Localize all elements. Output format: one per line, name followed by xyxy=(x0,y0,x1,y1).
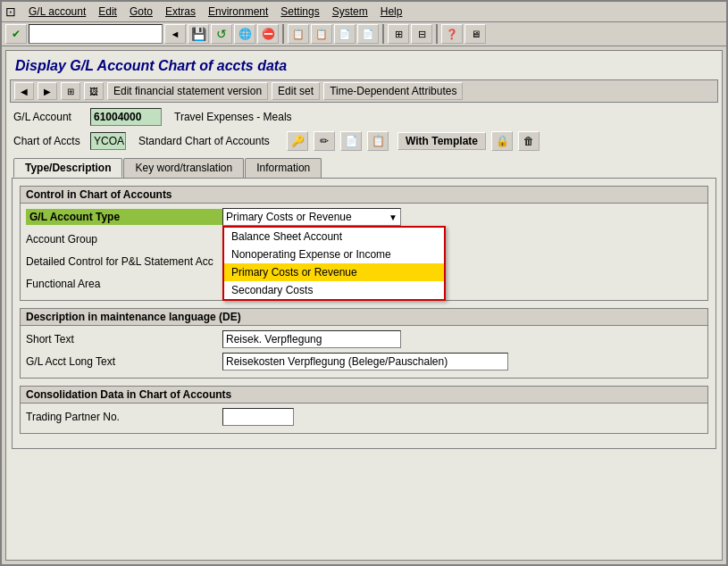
menu-gl-account[interactable]: G/L account xyxy=(23,4,91,20)
edit-set-btn[interactable]: Edit set xyxy=(272,82,320,100)
menu-extras[interactable]: Extras xyxy=(160,4,201,20)
account-group-label: Account Group xyxy=(26,233,222,246)
doc3-icon: 📋 xyxy=(372,135,385,147)
info-icon: 🖥 xyxy=(471,29,481,39)
doc-btn3[interactable]: 📄 xyxy=(334,24,356,44)
save-btn[interactable] xyxy=(188,24,209,44)
info-btn[interactable]: 🖥 xyxy=(464,24,486,44)
stop-icon xyxy=(262,28,275,40)
time-dep-attr-btn[interactable]: Time-Dependent Attributes xyxy=(323,82,463,100)
menu-settings[interactable]: Settings xyxy=(275,4,324,20)
nav-next-icon: ▶ xyxy=(44,87,51,96)
main-content: Display G/L Account Chart of accts data … xyxy=(5,50,723,561)
tab-information[interactable]: Information xyxy=(245,158,322,178)
command-input[interactable] xyxy=(29,24,163,44)
gl-account-type-menu: Balance Sheet Account Nonoperating Expen… xyxy=(222,226,446,301)
gl-account-type-dropdown[interactable]: Primary Costs or Revenue ▼ xyxy=(222,208,401,226)
help-icon: ❓ xyxy=(446,29,458,40)
with-template-btn[interactable]: With Template xyxy=(397,132,486,150)
tab-keyword-translation[interactable]: Key word/translation xyxy=(123,158,244,178)
description-section: Description in maintenance language (DE)… xyxy=(20,308,708,379)
help-btn[interactable]: ❓ xyxy=(441,24,463,44)
option-primary-costs[interactable]: Primary Costs or Revenue xyxy=(224,263,444,281)
doc-btn1[interactable]: 📋 xyxy=(288,24,309,44)
sep3 xyxy=(436,24,438,44)
display-icon: 🖼 xyxy=(89,87,98,96)
short-text-row: Short Text Reisek. Verpflegung xyxy=(26,329,702,349)
globe-btn[interactable] xyxy=(234,24,255,44)
lock-icon: 🔒 xyxy=(496,135,509,147)
check-icon xyxy=(12,28,21,40)
long-text-label: G/L Acct Long Text xyxy=(26,355,222,368)
sep2 xyxy=(382,24,384,44)
gl-account-type-value: Primary Costs or Revenue xyxy=(226,211,352,223)
control-section: Control in Chart of Accounts G/L Account… xyxy=(20,186,708,301)
doc-icon2: 📋 xyxy=(315,29,328,40)
stop-btn[interactable] xyxy=(257,24,279,44)
display-btn[interactable]: 🖼 xyxy=(84,82,104,100)
doc-btn4[interactable]: 📄 xyxy=(357,24,379,44)
option-secondary-costs[interactable]: Secondary Costs xyxy=(224,281,444,299)
edit-fin-stmt-btn[interactable]: Edit financial statement version xyxy=(107,82,268,100)
menu-help[interactable]: Help xyxy=(375,4,408,20)
pencil-btn[interactable]: ✏ xyxy=(314,131,335,151)
keys-icon: 🔑 xyxy=(291,135,305,147)
sep1 xyxy=(282,24,284,44)
check-btn[interactable] xyxy=(5,24,27,44)
grid-btn2[interactable]: ⊟ xyxy=(411,24,432,44)
tabs-bar: Type/Description Key word/translation In… xyxy=(10,156,718,178)
lock-btn[interactable]: 🔒 xyxy=(491,131,513,151)
doc-icon3: 📄 xyxy=(339,29,351,40)
trash-btn[interactable]: 🗑 xyxy=(518,131,540,151)
globe-icon xyxy=(238,28,252,40)
nav-prev-icon: ◀ xyxy=(21,87,28,96)
gl-account-type-dropdown-wrapper: Primary Costs or Revenue ▼ Balance Sheet… xyxy=(222,208,401,226)
doc-btn2[interactable]: 📋 xyxy=(311,24,332,44)
control-section-title: Control in Chart of Accounts xyxy=(21,187,707,204)
tab-type-description[interactable]: Type/Description xyxy=(13,158,122,178)
doc2-btn[interactable]: 📄 xyxy=(340,131,362,151)
long-text-row: G/L Acct Long Text Reisekosten Verpflegu… xyxy=(26,352,702,371)
main-window: ⊡ G/L account Edit Goto Extras Environme… xyxy=(0,0,728,566)
toolbar: ◄ 📋 📋 📄 📄 ⊞ ⊟ ❓ 🖥 xyxy=(2,22,726,46)
gl-account-label: G/L Account xyxy=(13,111,85,123)
option-balance-sheet[interactable]: Balance Sheet Account xyxy=(224,228,444,246)
filter-btn[interactable]: ⊞ xyxy=(61,82,80,100)
nav-next-btn[interactable]: ▶ xyxy=(38,82,57,100)
nav-back-btn[interactable]: ◄ xyxy=(164,24,186,44)
doc3-btn[interactable]: 📋 xyxy=(367,131,389,151)
dropdown-arrow-icon: ▼ xyxy=(389,212,397,222)
account-row2: Chart of Accts YCOA Standard Chart of Ac… xyxy=(10,129,718,153)
account-row1: G/L Account 61004000 Travel Expenses - M… xyxy=(10,106,718,128)
window-icon: ⊡ xyxy=(5,4,16,19)
chart-label: Chart of Accts xyxy=(13,135,85,147)
menu-environment[interactable]: Environment xyxy=(203,4,273,20)
nav-prev-btn[interactable]: ◀ xyxy=(14,82,34,100)
trading-partner-label: Trading Partner No. xyxy=(26,411,222,423)
option-nonoperating[interactable]: Nonoperating Expense or Income xyxy=(224,246,444,263)
doc2-icon: 📄 xyxy=(345,135,358,147)
menu-goto[interactable]: Goto xyxy=(124,4,158,20)
trading-partner-input[interactable] xyxy=(222,408,294,426)
consolidation-section: Consolidation Data in Chart of Accounts … xyxy=(20,386,708,434)
chart-desc: Standard Chart of Accounts xyxy=(138,135,281,147)
doc-icon4: 📄 xyxy=(362,29,374,40)
menu-system[interactable]: System xyxy=(327,4,373,20)
tab-content: Control in Chart of Accounts G/L Account… xyxy=(12,178,716,449)
short-text-input[interactable]: Reisek. Verpflegung xyxy=(222,330,401,348)
control-section-body: G/L Account Type Primary Costs or Revenu… xyxy=(21,204,707,300)
long-text-input[interactable]: Reisekosten Verpflegung (Belege/Pauschal… xyxy=(222,353,508,370)
gl-account-value: 61004000 xyxy=(90,108,162,126)
pencil-icon: ✏ xyxy=(320,135,329,147)
trash-icon: 🗑 xyxy=(523,135,534,147)
keys-btn[interactable]: 🔑 xyxy=(287,131,308,151)
consolidation-section-title: Consolidation Data in Chart of Accounts xyxy=(21,387,707,404)
gl-account-type-label: G/L Account Type xyxy=(26,209,222,225)
save-icon xyxy=(191,27,206,41)
functional-area-label: Functional Area xyxy=(26,278,222,290)
refresh-btn[interactable] xyxy=(211,24,232,44)
menubar: ⊡ G/L account Edit Goto Extras Environme… xyxy=(2,2,726,22)
consolidation-section-body: Trading Partner No. xyxy=(21,404,707,433)
grid-btn1[interactable]: ⊞ xyxy=(388,24,409,44)
menu-edit[interactable]: Edit xyxy=(93,4,122,20)
